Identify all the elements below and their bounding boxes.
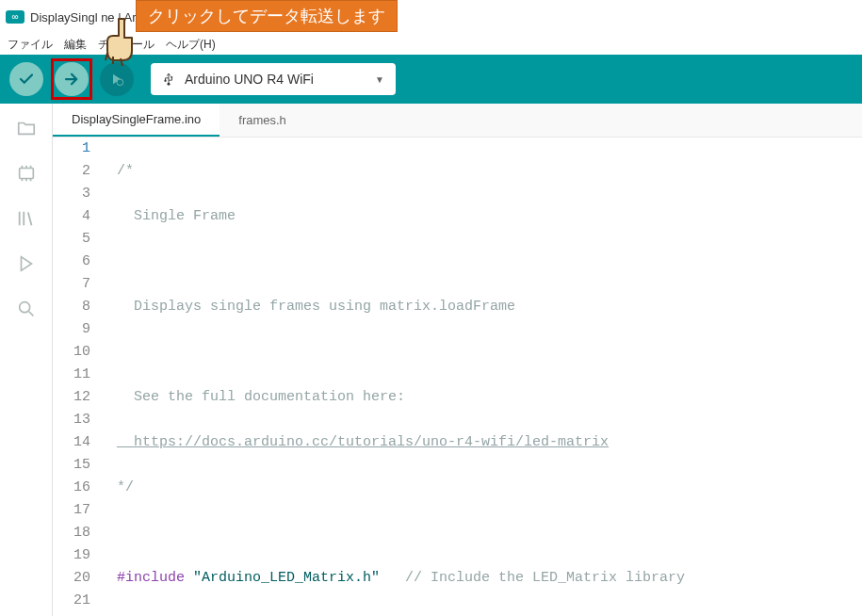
svg-point-3 bbox=[168, 83, 171, 86]
board-selector[interactable]: Arduino UNO R4 WiFi ▼ bbox=[151, 63, 396, 95]
svg-rect-4 bbox=[19, 169, 33, 179]
debug-button[interactable] bbox=[100, 62, 134, 96]
folder-icon[interactable] bbox=[15, 117, 38, 139]
menu-help[interactable]: ヘルプ(H) bbox=[166, 37, 216, 53]
upload-button[interactable] bbox=[55, 62, 89, 96]
annotation-callout: クリックしてデータ転送します bbox=[136, 0, 398, 32]
arrow-right-icon bbox=[63, 71, 80, 88]
arduino-app-icon bbox=[6, 10, 24, 24]
verify-button[interactable] bbox=[9, 62, 43, 96]
editor-tabs: DisplaySingleFrame.ino frames.h bbox=[53, 104, 862, 138]
svg-rect-2 bbox=[171, 76, 172, 78]
tab-frames[interactable]: frames.h bbox=[220, 104, 305, 137]
left-sidebar bbox=[0, 104, 53, 616]
main-area: DisplaySingleFrame.ino frames.h 12345678… bbox=[0, 104, 862, 616]
menu-edit[interactable]: 編集 bbox=[64, 37, 87, 53]
code-editor[interactable]: 123456789101112131415161718192021 /* Sin… bbox=[53, 138, 862, 616]
pointing-hand-icon bbox=[98, 13, 151, 66]
svg-point-0 bbox=[117, 79, 123, 86]
tab-active[interactable]: DisplaySingleFrame.ino bbox=[53, 104, 220, 137]
check-icon bbox=[18, 71, 35, 88]
editor-area: DisplaySingleFrame.ino frames.h 12345678… bbox=[53, 104, 862, 616]
menu-file[interactable]: ファイル bbox=[8, 37, 53, 53]
svg-point-5 bbox=[19, 302, 29, 313]
upload-highlight-box bbox=[51, 58, 92, 100]
board-manager-icon[interactable] bbox=[15, 162, 38, 185]
svg-point-1 bbox=[164, 80, 166, 82]
usb-icon bbox=[162, 73, 175, 86]
debug-play-icon bbox=[109, 72, 124, 87]
chevron-down-icon: ▼ bbox=[375, 74, 384, 85]
code-content[interactable]: /* Single Frame Displays single frames u… bbox=[109, 138, 862, 616]
search-icon[interactable] bbox=[15, 298, 38, 320]
library-manager-icon[interactable] bbox=[15, 207, 38, 230]
line-gutter: 123456789101112131415161718192021 bbox=[53, 138, 109, 616]
debug-sidebar-icon[interactable] bbox=[15, 252, 38, 275]
board-name: Arduino UNO R4 WiFi bbox=[185, 72, 366, 87]
